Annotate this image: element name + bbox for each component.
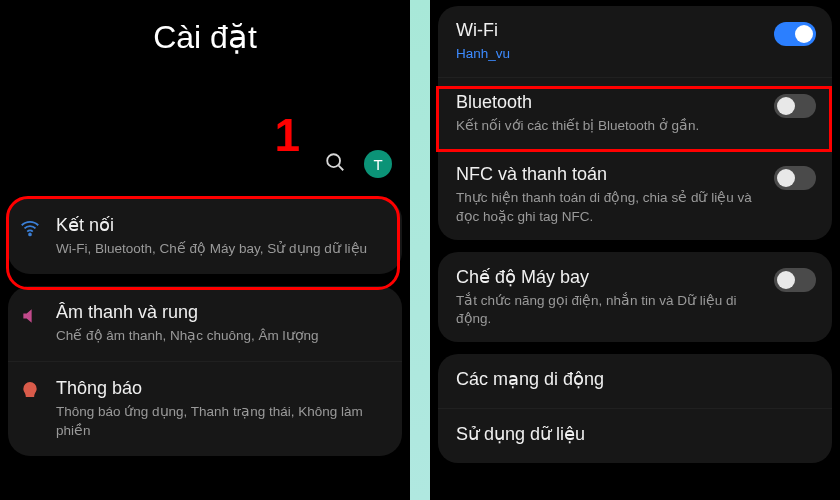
card-connectivity: Wi-Fi Hanh_vu Bluetooth Kết nối với các … — [438, 6, 832, 240]
settings-list: Kết nối Wi-Fi, Bluetooth, Chế độ Máy bay… — [0, 198, 410, 468]
row-sub: Kết nối với các thiết bị Bluetooth ở gần… — [456, 117, 760, 135]
row-text: Wi-Fi Hanh_vu — [456, 20, 760, 63]
notification-icon — [18, 380, 42, 404]
row-sub: Tắt chức năng gọi điện, nhắn tin và Dữ l… — [456, 292, 760, 328]
card-network-data: Các mạng di động Sử dụng dữ liệu — [438, 354, 832, 463]
row-bluetooth[interactable]: Bluetooth Kết nối với các thiết bị Bluet… — [438, 77, 832, 149]
svg-line-1 — [339, 166, 344, 171]
row-wifi[interactable]: Wi-Fi Hanh_vu — [438, 6, 832, 77]
wifi-toggle[interactable] — [774, 22, 816, 46]
row-title: Bluetooth — [456, 92, 760, 113]
row-notifications[interactable]: Thông báo Thông báo ứng dụng, Thanh trạn… — [8, 361, 402, 455]
row-title: Chế độ Máy bay — [456, 266, 760, 288]
row-text: Kết nối Wi-Fi, Bluetooth, Chế độ Máy bay… — [56, 214, 388, 258]
search-icon[interactable] — [324, 151, 346, 177]
row-title: Wi-Fi — [456, 20, 760, 41]
row-nfc[interactable]: NFC và thanh toán Thực hiện thanh toán d… — [438, 149, 832, 239]
row-connections[interactable]: Kết nối Wi-Fi, Bluetooth, Chế độ Máy bay… — [8, 198, 402, 274]
settings-screen-left: Cài đặt 1 T Kết nối Wi-Fi, Bluetooth, Ch… — [0, 0, 410, 500]
card-airplane: Chế độ Máy bay Tắt chức năng gọi điện, n… — [438, 252, 832, 342]
row-airplane[interactable]: Chế độ Máy bay Tắt chức năng gọi điện, n… — [438, 252, 832, 342]
wifi-icon — [18, 216, 42, 240]
speaker-icon — [18, 304, 42, 328]
svg-point-0 — [327, 154, 340, 167]
row-title: Kết nối — [56, 214, 388, 236]
annotation-number-1: 1 — [274, 108, 300, 162]
row-data-usage[interactable]: Sử dụng dữ liệu — [438, 408, 832, 463]
row-text: Sử dụng dữ liệu — [456, 423, 816, 449]
row-title: Sử dụng dữ liệu — [456, 423, 816, 445]
row-text: Âm thanh và rung Chế độ âm thanh, Nhạc c… — [56, 302, 388, 345]
row-sub: Chế độ âm thanh, Nhạc chuông, Âm lượng — [56, 327, 388, 345]
row-title: Âm thanh và rung — [56, 302, 388, 323]
card-sound-notifications: Âm thanh và rung Chế độ âm thanh, Nhạc c… — [8, 286, 402, 456]
row-text: Các mạng di động — [456, 368, 816, 394]
row-text: Thông báo Thông báo ứng dụng, Thanh trạn… — [56, 378, 388, 439]
row-title: NFC và thanh toán — [456, 164, 760, 185]
connections-list: Wi-Fi Hanh_vu Bluetooth Kết nối với các … — [430, 6, 840, 475]
connections-screen-right: 2 Wi-Fi Hanh_vu Bluetooth Kết nối với cá… — [430, 0, 840, 500]
bluetooth-toggle[interactable] — [774, 94, 816, 118]
row-title: Các mạng di động — [456, 368, 816, 390]
row-sub: Hanh_vu — [456, 45, 760, 63]
avatar-letter: T — [373, 156, 382, 173]
row-text: Chế độ Máy bay Tắt chức năng gọi điện, n… — [456, 266, 760, 328]
airplane-toggle[interactable] — [774, 268, 816, 292]
row-sub: Wi-Fi, Bluetooth, Chế độ Máy bay, Sử dụn… — [56, 240, 388, 258]
row-title: Thông báo — [56, 378, 388, 399]
svg-point-2 — [29, 234, 31, 236]
row-mobile-networks[interactable]: Các mạng di động — [438, 354, 832, 408]
row-sub: Thông báo ứng dụng, Thanh trạng thái, Kh… — [56, 403, 388, 439]
divider-gap — [410, 0, 430, 500]
row-text: Bluetooth Kết nối với các thiết bị Bluet… — [456, 92, 760, 135]
title-area: Cài đặt — [0, 0, 410, 56]
nfc-toggle[interactable] — [774, 166, 816, 190]
page-title: Cài đặt — [0, 18, 410, 56]
card-connections: Kết nối Wi-Fi, Bluetooth, Chế độ Máy bay… — [8, 198, 402, 274]
avatar[interactable]: T — [364, 150, 392, 178]
row-sound[interactable]: Âm thanh và rung Chế độ âm thanh, Nhạc c… — [8, 286, 402, 361]
row-text: NFC và thanh toán Thực hiện thanh toán d… — [456, 164, 760, 225]
header-icons: T — [324, 150, 392, 178]
row-sub: Thực hiện thanh toán di động, chia sẻ dữ… — [456, 189, 760, 225]
